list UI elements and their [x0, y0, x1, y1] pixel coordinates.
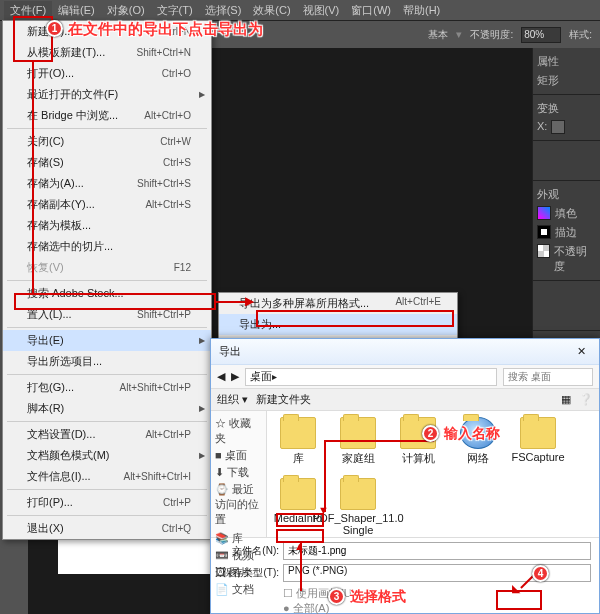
- dialog-sidebar[interactable]: ☆ 收藏夹■ 桌面⬇ 下载⌚ 最近访问的位置📚 库📼 视频🖼 图片📄 文档: [211, 411, 267, 537]
- menu-item[interactable]: 退出(X)Ctrl+Q: [3, 518, 211, 539]
- fill-swatch[interactable]: [537, 206, 551, 220]
- redbox-exportas: [256, 310, 454, 327]
- opacity-swatch[interactable]: [537, 244, 550, 258]
- menu-item[interactable]: 存储副本(Y)...Alt+Ctrl+S: [3, 194, 211, 215]
- arrow-1h: [216, 301, 252, 303]
- newfolder-btn[interactable]: 新建文件夹: [256, 392, 311, 407]
- fill-label: 填色: [555, 206, 577, 221]
- export-dialog: 导出 ✕ ◀ ▶ 桌面 ▸ 组织 ▾ 新建文件夹 ▦ ❔ ☆ 收藏夹■ 桌面⬇ …: [210, 338, 600, 614]
- menu-object[interactable]: 对象(O): [101, 1, 151, 20]
- sidebar-item[interactable]: ⌚ 最近访问的位置: [215, 481, 262, 528]
- menu-item[interactable]: 恢复(V)F12: [3, 257, 211, 278]
- redbox-exportbtn: [496, 590, 542, 610]
- menubar: 文件(F) 编辑(E) 对象(O) 文字(T) 选择(S) 效果(C) 视图(V…: [0, 0, 600, 20]
- menu-item[interactable]: 导出(E): [3, 330, 211, 351]
- menu-item[interactable]: 脚本(R): [3, 398, 211, 419]
- search-input[interactable]: [503, 368, 593, 386]
- menu-item[interactable]: 最近打开的文件(F): [3, 84, 211, 105]
- stroke-label: 描边: [555, 225, 577, 240]
- arrow-1v: [32, 62, 34, 295]
- filename-input[interactable]: [283, 542, 591, 560]
- dialog-toolbar: 组织 ▾ 新建文件夹 ▦ ❔: [211, 389, 599, 411]
- menu-item[interactable]: 存储(S)Ctrl+S: [3, 152, 211, 173]
- shape-type: 矩形: [537, 73, 596, 88]
- fwd-icon[interactable]: ▶: [231, 370, 239, 383]
- menu-view[interactable]: 视图(V): [297, 1, 346, 20]
- back-icon[interactable]: ◀: [217, 370, 225, 383]
- redbox-filename: [276, 513, 324, 527]
- menu-select[interactable]: 选择(S): [199, 1, 248, 20]
- dialog-title: 导出: [219, 344, 241, 359]
- style-label: 样式:: [569, 28, 592, 42]
- dialog-nav: ◀ ▶ 桌面 ▸: [211, 365, 599, 389]
- menu-effect[interactable]: 效果(C): [247, 1, 296, 20]
- dialog-titlebar: 导出 ✕: [211, 339, 599, 365]
- opacity-row-label: 不透明度: [554, 244, 596, 274]
- help-icon[interactable]: ❔: [579, 393, 593, 406]
- folder-item[interactable]: FSCapture: [513, 417, 563, 466]
- menu-item[interactable]: 存储选中的切片...: [3, 236, 211, 257]
- opacity-label: 不透明度:: [470, 28, 513, 42]
- opacity-input[interactable]: [521, 27, 561, 43]
- view-icon[interactable]: ▦: [561, 393, 571, 406]
- all-radio[interactable]: ● 全部(A): [283, 601, 591, 614]
- props-title: 属性: [537, 55, 559, 67]
- menu-item[interactable]: 导出所选项目...: [3, 351, 211, 372]
- arrow-2v: [324, 440, 326, 512]
- menu-item[interactable]: 文档颜色模式(M): [3, 445, 211, 466]
- breadcrumb[interactable]: 桌面 ▸: [245, 368, 497, 386]
- menu-window[interactable]: 窗口(W): [345, 1, 397, 20]
- x-label: X:: [537, 120, 547, 134]
- redbox-filetype: [276, 529, 324, 543]
- menu-item[interactable]: 在 Bridge 中浏览...Alt+Ctrl+O: [3, 105, 211, 126]
- folder-item[interactable]: 网络: [453, 417, 503, 466]
- menu-item[interactable]: 关闭(C)Ctrl+W: [3, 131, 211, 152]
- sidebar-item[interactable]: ⬇ 下载: [215, 464, 262, 481]
- appearance-title: 外观: [537, 188, 559, 200]
- menu-type[interactable]: 文字(T): [151, 1, 199, 20]
- close-icon[interactable]: ✕: [571, 345, 591, 358]
- x-field[interactable]: [551, 120, 565, 134]
- filename-label: 文件名(N):: [219, 544, 279, 558]
- menu-item[interactable]: 打开(O)...Ctrl+O: [3, 63, 211, 84]
- redbox-export: [14, 293, 216, 310]
- arrow-3v: [300, 543, 302, 591]
- filetype-label: 保存类型(T):: [219, 566, 279, 580]
- menu-help[interactable]: 帮助(H): [397, 1, 446, 20]
- sidebar-item[interactable]: ■ 桌面: [215, 447, 262, 464]
- use-artboard-check[interactable]: ☐ 使用画板(U): [283, 586, 591, 601]
- redbox-file: [13, 16, 53, 62]
- arrow-2h: [324, 440, 434, 442]
- menu-item[interactable]: 打印(P)...Ctrl+P: [3, 492, 211, 513]
- filetype-select[interactable]: PNG (*.PNG): [283, 564, 591, 582]
- sidebar-item[interactable]: ☆ 收藏夹: [215, 415, 262, 447]
- menu-item[interactable]: 打包(G)...Alt+Shift+Ctrl+P: [3, 377, 211, 398]
- stroke-swatch[interactable]: [537, 225, 551, 239]
- menu-edit[interactable]: 编辑(E): [52, 1, 101, 20]
- basic-style[interactable]: 基本: [428, 28, 448, 42]
- menu-item[interactable]: 存储为(A)...Shift+Ctrl+S: [3, 173, 211, 194]
- folder-item[interactable]: PDF_Shaper_11.0 Single: [333, 478, 383, 536]
- folder-item[interactable]: 库: [273, 417, 323, 466]
- menu-item[interactable]: 文件信息(I)...Alt+Shift+Ctrl+I: [3, 466, 211, 487]
- menu-item[interactable]: 文档设置(D)...Alt+Ctrl+P: [3, 424, 211, 445]
- transform-title: 变换: [537, 102, 559, 114]
- sidebar-item[interactable]: 📄 文档: [215, 581, 262, 598]
- organize-menu[interactable]: 组织 ▾: [217, 392, 248, 407]
- menu-item[interactable]: 存储为模板...: [3, 215, 211, 236]
